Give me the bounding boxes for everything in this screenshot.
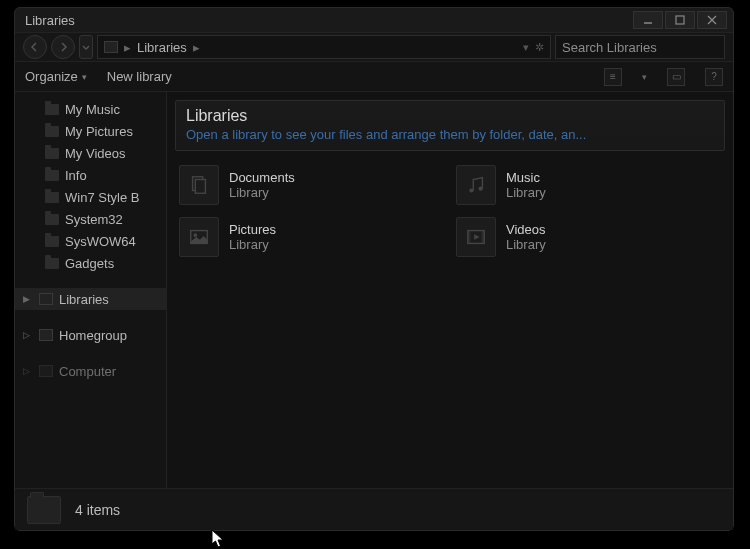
chevron-down-icon[interactable]: ▾ [642,72,647,82]
tree-item[interactable]: Info [15,164,166,186]
window-controls [633,11,727,29]
folder-icon [45,236,59,247]
refresh-icon[interactable]: ✲ [535,41,544,54]
navigation-pane: My Music My Pictures My Videos Info Win7… [15,92,167,488]
cursor-icon [211,529,227,549]
expander-icon[interactable]: ▷ [23,366,33,376]
tree-item[interactable]: Gadgets [15,252,166,274]
svg-rect-1 [676,16,684,24]
toolbar: Organize ▾ New library ≡ ▾ ▭ ? [15,62,733,92]
status-text: 4 items [75,502,120,518]
svg-rect-11 [468,231,471,244]
homegroup-icon [39,329,53,341]
folder-icon [45,170,59,181]
window-title: Libraries [25,13,633,28]
svg-point-7 [478,187,482,191]
status-bar: 4 items [15,488,733,530]
folder-icon [45,104,59,115]
nav-bar: ▸ Libraries ▸ ▾ ✲ Search Libraries [15,32,733,62]
body: My Music My Pictures My Videos Info Win7… [15,92,733,488]
tree-group-homegroup[interactable]: ▷ Homegroup [15,324,166,346]
folder-icon [45,126,59,137]
breadcrumb-root[interactable]: Libraries [137,40,187,55]
content-pane: Libraries Open a library to see your fil… [167,92,733,488]
address-dropdown-icon[interactable]: ▾ [523,41,529,54]
folder-icon [45,258,59,269]
folder-icon [27,496,61,524]
libraries-icon [104,41,118,53]
tree-item[interactable]: My Videos [15,142,166,164]
tree-item[interactable]: SysWOW64 [15,230,166,252]
content-header: Libraries Open a library to see your fil… [175,100,725,151]
tree-group-libraries[interactable]: ▶ Libraries [15,288,166,310]
computer-icon [39,365,53,377]
content-heading: Libraries [186,107,714,125]
new-library-button[interactable]: New library [107,69,172,84]
tree-group-computer[interactable]: ▷ Computer [15,360,166,382]
close-button[interactable] [697,11,727,29]
folder-icon [45,192,59,203]
expander-icon[interactable]: ▷ [23,330,33,340]
library-item-videos[interactable]: VideosLibrary [456,215,721,259]
search-input[interactable]: Search Libraries [555,35,725,59]
svg-point-6 [469,188,473,192]
help-button[interactable]: ? [705,68,723,86]
folder-icon [45,148,59,159]
search-placeholder: Search Libraries [562,40,657,55]
library-item-documents[interactable]: DocumentsLibrary [179,163,444,207]
svg-rect-12 [482,231,485,244]
organize-button[interactable]: Organize ▾ [25,69,87,84]
expander-icon[interactable]: ▶ [23,294,33,304]
explorer-window: Libraries ▸ Libraries ▸ [14,7,734,531]
libraries-icon [39,293,53,305]
library-grid: DocumentsLibrary MusicLibrary PicturesLi… [175,151,725,271]
address-bar[interactable]: ▸ Libraries ▸ ▾ ✲ [97,35,551,59]
pictures-icon [179,217,219,257]
svg-rect-5 [195,180,205,194]
tree-item[interactable]: My Music [15,98,166,120]
tree-item[interactable]: Win7 Style B [15,186,166,208]
folder-icon [45,214,59,225]
history-dropdown-button[interactable] [79,35,93,59]
videos-icon [456,217,496,257]
chevron-down-icon: ▾ [82,72,87,82]
tree-item[interactable]: My Pictures [15,120,166,142]
forward-button[interactable] [51,35,75,59]
view-options-button[interactable]: ≡ [604,68,622,86]
preview-pane-button[interactable]: ▭ [667,68,685,86]
svg-point-9 [194,233,198,237]
maximize-button[interactable] [665,11,695,29]
minimize-button[interactable] [633,11,663,29]
documents-icon [179,165,219,205]
back-button[interactable] [23,35,47,59]
library-item-music[interactable]: MusicLibrary [456,163,721,207]
content-subheading: Open a library to see your files and arr… [186,127,714,142]
title-bar: Libraries [15,8,733,32]
library-item-pictures[interactable]: PicturesLibrary [179,215,444,259]
music-icon [456,165,496,205]
tree-item[interactable]: System32 [15,208,166,230]
